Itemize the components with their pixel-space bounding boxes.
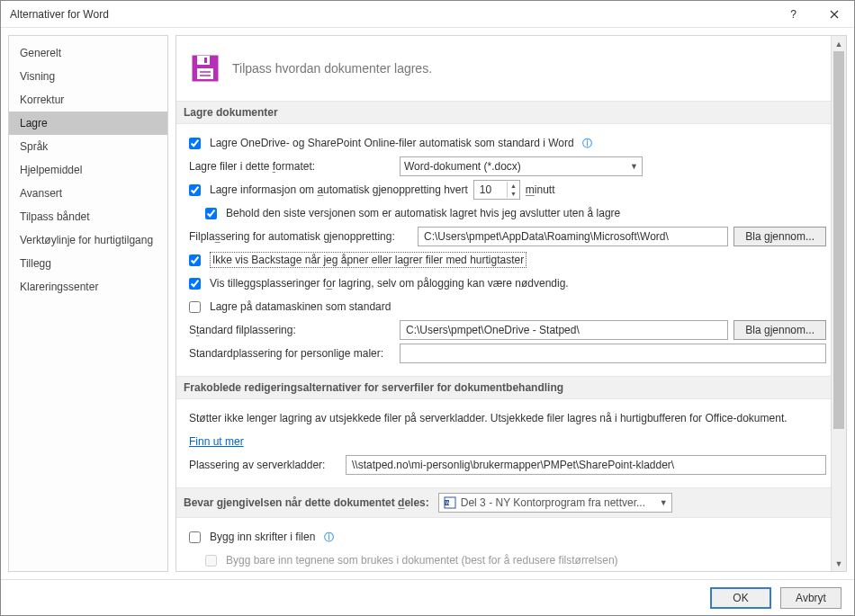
spin-buttons[interactable]: ▲▼: [507, 182, 519, 198]
row-learn-more: Finn ut mer: [189, 432, 826, 451]
svg-rect-3: [197, 68, 213, 79]
combo-preserve-document[interactable]: W Del 3 - NY Kontorprogram fra nettver..…: [438, 493, 672, 513]
page-header: Tilpass hvordan dokumenter lagres.: [189, 52, 826, 85]
help-button[interactable]: ?: [773, 1, 814, 28]
cancel-button[interactable]: Avbryt: [780, 587, 842, 609]
row-default-location: Standard filplassering: C:\Users\pmpet\O…: [189, 320, 826, 340]
nav-tillegg[interactable]: Tillegg: [9, 252, 167, 275]
combo-save-format[interactable]: Word-dokument (*.docx) ▼: [400, 156, 643, 176]
options-dialog: Alternativer for Word ? Generelt Visning…: [0, 0, 855, 616]
label-embed-fonts: Bygg inn skrifter i filen: [210, 531, 315, 543]
row-autorecover-location: Filplassering for automatisk gjenopprett…: [189, 227, 826, 246]
checkbox-keep-last-autosaved[interactable]: [205, 208, 217, 219]
combo-save-format-value: Word-dokument (*.docx): [404, 160, 521, 173]
dialog-footer: OK Avbryt: [1, 579, 854, 615]
nav-korrektur[interactable]: Korrektur: [9, 88, 167, 112]
page-title: Tilpass hvordan dokumenter lagres.: [232, 61, 432, 76]
checkbox-dont-show-backstage[interactable]: [189, 254, 201, 266]
browse-autorecover-button[interactable]: Bla gjennom...: [734, 227, 826, 246]
chevron-down-icon: ▼: [630, 162, 638, 171]
label-autorecover: Lagre informasjon om automatisk gjenoppr…: [210, 183, 468, 196]
row-show-additional: Vis tilleggsplasseringer for lagring, se…: [189, 273, 826, 293]
nav-visning[interactable]: Visning: [9, 65, 167, 88]
label-dont-show-backstage: Ikke vis Backstage når jeg åpner eller l…: [210, 252, 526, 268]
row-server-drafts: Plassering av serverkladder: \\statped.n…: [189, 455, 826, 475]
combo-preserve-value: Del 3 - NY Kontorprogram fra nettver...: [461, 496, 645, 509]
offline-note: Støtter ikke lenger lagring av utsjekked…: [189, 412, 788, 424]
label-save-format: Lagre filer i dette formatet:: [189, 160, 394, 173]
row-personal-templates: Standardplassering for personlige maler:: [189, 344, 826, 363]
section-preserve: Bevar gjengivelsen når dette dokumentet …: [176, 487, 839, 518]
close-button[interactable]: [814, 1, 854, 28]
nav-generelt[interactable]: Generelt: [9, 41, 167, 65]
window-controls: ?: [773, 1, 854, 28]
label-embed-chars-only: Bygg bare inn tegnene som brukes i dokum…: [226, 554, 618, 567]
spin-autorecover-minutes[interactable]: 10 ▲▼: [473, 180, 520, 200]
label-show-additional: Vis tilleggsplasseringer for lagring, se…: [210, 277, 569, 290]
row-embed-chars-only: Bygg bare inn tegnene som brukes i dokum…: [189, 550, 826, 570]
nav-lagre[interactable]: Lagre: [9, 112, 167, 135]
window-title: Alternativer for Word: [10, 8, 773, 21]
ok-button[interactable]: OK: [710, 587, 771, 609]
scroll-thumb[interactable]: [833, 51, 844, 429]
label-personal-templates: Standardplassering for personlige maler:: [189, 347, 394, 360]
nav-klareringssenter[interactable]: Klareringssenter: [9, 275, 167, 299]
row-save-format: Lagre filer i dette formatet: Word-dokum…: [189, 156, 826, 176]
scroll-down-arrow-icon[interactable]: ▼: [832, 556, 846, 571]
close-icon: [830, 10, 839, 19]
checkbox-autosave-cloud[interactable]: [189, 138, 201, 149]
checkbox-autorecover[interactable]: [189, 184, 201, 196]
textbox-personal-templates[interactable]: [400, 344, 826, 363]
nav-avansert[interactable]: Avansert: [9, 182, 167, 205]
label-server-drafts: Plassering av serverkladder:: [189, 459, 340, 471]
category-sidebar: Generelt Visning Korrektur Lagre Språk H…: [8, 35, 168, 572]
browse-default-button[interactable]: Bla gjennom...: [734, 320, 826, 340]
label-minutes: minutt: [526, 183, 555, 196]
titlebar: Alternativer for Word ?: [1, 1, 854, 28]
svg-rect-2: [204, 58, 207, 63]
section-save-documents: Lagre dokumenter: [176, 101, 839, 124]
label-save-to-computer: Lagre på datamaskinen som standard: [210, 300, 391, 313]
spin-value: 10: [480, 183, 491, 196]
svg-text:W: W: [446, 500, 450, 505]
label-default-location: Standard filplassering:: [189, 324, 394, 336]
section-offline: Frakoblede redigeringsalternativer for s…: [176, 376, 839, 399]
textbox-default-location[interactable]: C:\Users\pmpet\OneDrive - Statped\: [400, 320, 728, 340]
nav-tilpass-bandet[interactable]: Tilpass båndet: [9, 205, 167, 228]
chevron-down-icon: ▼: [660, 498, 668, 507]
info-icon[interactable]: ⓘ: [581, 137, 594, 149]
section-preserve-title: Bevar gjengivelsen når dette dokumentet …: [184, 496, 429, 509]
word-document-icon: W: [443, 495, 457, 510]
vertical-scrollbar[interactable]: ▲ ▼: [831, 36, 846, 571]
textbox-server-drafts[interactable]: \\statped.no\mi-personlig\brukermapper\P…: [346, 455, 826, 475]
checkbox-embed-fonts[interactable]: [189, 531, 201, 543]
save-icon: [189, 52, 221, 85]
checkbox-show-additional[interactable]: [189, 278, 201, 290]
scroll-track[interactable]: [832, 51, 846, 556]
info-icon[interactable]: ⓘ: [322, 531, 335, 543]
nav-hjelpemiddel[interactable]: Hjelpemiddel: [9, 158, 167, 182]
nav-verktoylinje[interactable]: Verktøylinje for hurtigtilgang: [9, 228, 167, 252]
textbox-autorecover-location[interactable]: C:\Users\pmpet\AppData\Roaming\Microsoft…: [418, 227, 728, 246]
scroll-up-arrow-icon[interactable]: ▲: [832, 36, 846, 51]
dialog-body: Generelt Visning Korrektur Lagre Språk H…: [1, 28, 854, 579]
nav-sprak[interactable]: Språk: [9, 135, 167, 158]
content-scroll-area[interactable]: Tilpass hvordan dokumenter lagres. Lagre…: [176, 36, 846, 571]
row-embed-fonts: Bygg inn skrifter i filen ⓘ: [189, 527, 826, 547]
checkbox-embed-chars-only: [205, 555, 217, 567]
content-panel: Tilpass hvordan dokumenter lagres. Lagre…: [176, 35, 847, 572]
row-dont-show-backstage: Ikke vis Backstage når jeg åpner eller l…: [189, 250, 826, 270]
row-autosave-cloud: Lagre OneDrive- og SharePoint Online-fil…: [189, 133, 826, 153]
link-learn-more[interactable]: Finn ut mer: [189, 435, 244, 448]
row-autorecover: Lagre informasjon om automatisk gjenoppr…: [189, 180, 826, 200]
row-keep-last-autosaved: Behold den siste versjonen som er automa…: [189, 203, 826, 223]
checkbox-save-to-computer[interactable]: [189, 301, 201, 313]
label-keep-last-autosaved: Behold den siste versjonen som er automa…: [226, 207, 620, 219]
svg-rect-1: [197, 56, 210, 65]
row-offline-note: Støtter ikke lenger lagring av utsjekked…: [189, 408, 826, 428]
row-save-to-computer: Lagre på datamaskinen som standard: [189, 297, 826, 317]
label-autosave-cloud: Lagre OneDrive- og SharePoint Online-fil…: [210, 137, 574, 149]
label-autorecover-location: Filplassering for automatisk gjenopprett…: [189, 230, 412, 243]
